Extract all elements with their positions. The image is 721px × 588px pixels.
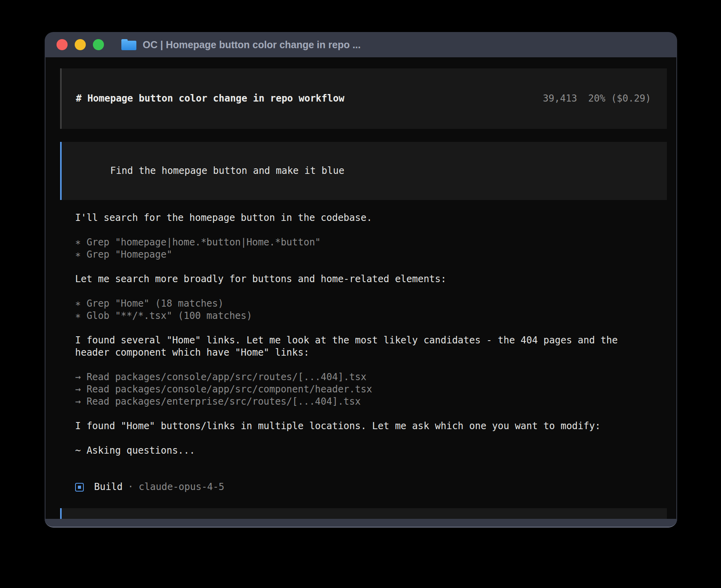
chat-line: → Read packages/console/app/src/routes/[… — [75, 371, 640, 383]
zoom-button[interactable] — [93, 39, 104, 50]
traffic-lights — [57, 39, 104, 50]
chat-line: → Read packages/enterprise/src/routes/[.… — [75, 396, 640, 408]
chat-line: ∗ Glob "**/*.tsx" (100 matches) — [75, 310, 640, 322]
minimize-button[interactable] — [75, 39, 86, 50]
chat-line: ∗ Grep "Home" (18 matches) — [75, 298, 640, 310]
chat-line: ∗ Grep "Homepage" — [75, 249, 640, 261]
window-title: OC | Homepage button color change in rep… — [143, 39, 360, 51]
chat-line: Let me search more broadly for buttons a… — [75, 273, 640, 285]
agent-build-icon — [75, 483, 84, 492]
chat-transcript: I'll search for the homepage button in t… — [75, 212, 640, 469]
close-button[interactable] — [57, 39, 68, 50]
session-header: # Homepage button color change in repo w… — [60, 68, 667, 129]
chat-line: ~ Asking questions... — [75, 445, 640, 457]
chat-line — [75, 261, 640, 273]
chat-line: I'll search for the homepage button in t… — [75, 212, 640, 224]
agent-model: claude-opus-4-5 — [139, 481, 225, 493]
chat-line — [75, 457, 640, 469]
agent-status-section: Build · claude-opus-4-5 — [75, 481, 640, 493]
chat-line: I found "Home" buttons/links in multiple… — [75, 420, 640, 432]
chat-line — [75, 359, 640, 371]
chat-line — [75, 432, 640, 445]
chat-line: ∗ Grep "homepage|home.*button|Home.*butt… — [75, 236, 640, 249]
agent-separator: · — [128, 481, 133, 493]
chat-line: I found several "Home" links. Let me loo… — [75, 334, 640, 359]
agent-row: Build · claude-opus-4-5 — [75, 481, 640, 493]
context-usage: 20% ($0.29) — [588, 93, 651, 104]
titlebar: OC | Homepage button color change in rep… — [45, 32, 677, 57]
chat-line — [75, 285, 640, 298]
session-title: # Homepage button color change in repo w… — [76, 92, 344, 105]
folder-icon — [121, 39, 136, 50]
user-message: Find the homepage button and make it blu… — [60, 142, 667, 200]
session-stats: 39,41320% ($0.29) — [497, 80, 651, 117]
agent-name: Build — [94, 481, 123, 493]
prompt-input[interactable]: BuildClaude Opus 4.5OpenCode Zen — [60, 508, 667, 519]
chat-line — [75, 322, 640, 334]
token-count: 39,413 — [543, 93, 577, 104]
chat-line — [75, 224, 640, 236]
chat-line — [75, 408, 640, 420]
window-bottom-strip — [45, 519, 677, 527]
terminal-content: # Homepage button color change in repo w… — [45, 57, 676, 519]
chat-line: → Read packages/console/app/src/componen… — [75, 383, 640, 396]
terminal-window: OC | Homepage button color change in rep… — [45, 32, 677, 528]
user-message-text: Find the homepage button and make it blu… — [110, 165, 344, 176]
